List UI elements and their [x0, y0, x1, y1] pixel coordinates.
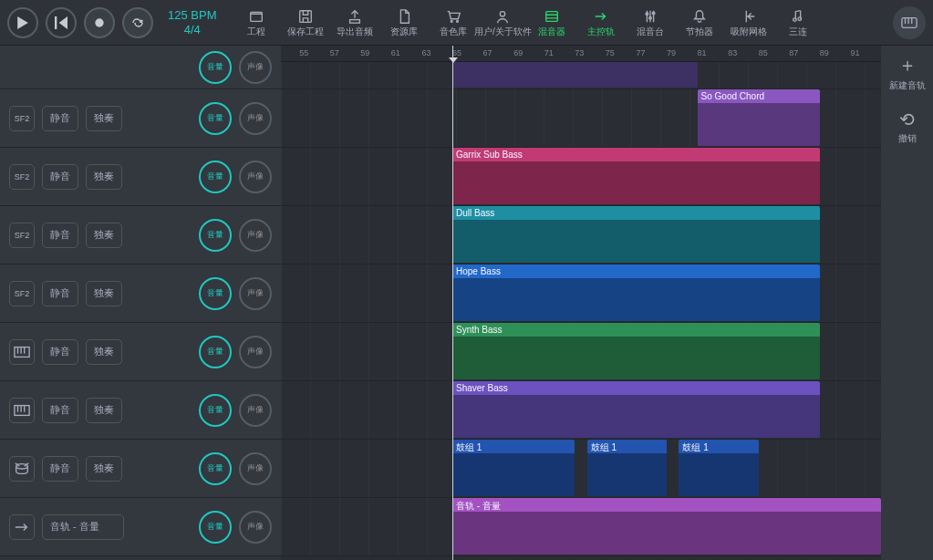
record-button[interactable]	[84, 7, 115, 38]
volume-knob[interactable]: 音量	[199, 394, 232, 427]
lane-6[interactable]: Shaver Bass	[281, 381, 881, 440]
track-header-6: 静音独奏音量声像	[0, 381, 281, 440]
mute-button[interactable]: 静音	[42, 106, 78, 131]
keyboard-toggle[interactable]	[893, 6, 926, 39]
volume-knob[interactable]: 音量	[199, 277, 232, 310]
right-sidebar: ＋ 新建音轨 ⟲ 撤销	[881, 46, 933, 560]
clip[interactable]: Synth Bass	[452, 323, 820, 379]
pan-knob[interactable]: 声像	[239, 336, 272, 368]
solo-button[interactable]: 独奏	[86, 281, 122, 306]
tool-metronome[interactable]: 节拍器	[676, 2, 723, 44]
mute-button[interactable]: 静音	[42, 164, 78, 190]
rewind-button[interactable]	[46, 7, 77, 38]
clip[interactable]: Garrix Sub Bass	[452, 148, 820, 204]
tool-about[interactable]: 用户/关于软件	[479, 2, 526, 44]
svg-point-5	[457, 20, 459, 22]
tracks-lanes: So Good ChordGarrix Sub BassDull BassHop…	[281, 62, 881, 556]
solo-button[interactable]: 独奏	[86, 106, 122, 131]
track-header-1: SF2静音独奏音量声像	[0, 89, 281, 148]
ruler-tick: 83	[728, 48, 737, 57]
track-type-icon[interactable]	[9, 456, 35, 482]
volume-knob[interactable]: 音量	[199, 511, 232, 544]
solo-button[interactable]: 独奏	[86, 398, 122, 423]
lane-3[interactable]: Dull Bass	[281, 206, 881, 264]
solo-button[interactable]: 独奏	[86, 223, 122, 248]
volume-knob[interactable]: 音量	[199, 219, 232, 252]
pan-knob[interactable]: 声像	[239, 277, 272, 310]
pan-knob[interactable]: 声像	[239, 219, 272, 252]
undo-button[interactable]: ⟲ 撤销	[898, 109, 917, 145]
track-header-4: SF2静音独奏音量声像	[0, 264, 281, 323]
lane-4[interactable]: Hope Bass	[281, 264, 881, 323]
svg-rect-2	[300, 10, 312, 22]
ruler-tick: 63	[421, 48, 430, 57]
clip[interactable]: 鼓组 1	[679, 440, 758, 496]
pan-knob[interactable]: 声像	[239, 102, 272, 135]
pan-knob[interactable]: 声像	[239, 161, 272, 193]
clip[interactable]: Dull Bass	[452, 206, 820, 263]
svg-rect-15	[15, 405, 29, 415]
tool-project[interactable]: 工程	[233, 2, 280, 44]
track-header-3: SF2静音独奏音量声像	[0, 206, 281, 264]
timeline-area[interactable]: 5557596163656769717375777981838587899193…	[281, 46, 881, 560]
lane-1[interactable]: So Good Chord	[281, 89, 881, 148]
mute-button[interactable]: 静音	[42, 223, 78, 248]
timeline-ruler[interactable]: 5557596163656769717375777981838587899193	[281, 46, 881, 62]
clip[interactable]: Hope Bass	[452, 264, 820, 321]
ruler-tick: 59	[360, 48, 369, 57]
clip-title: Dull Bass	[452, 206, 820, 220]
track-type-icon[interactable]: SF2	[9, 223, 35, 248]
pan-knob[interactable]: 声像	[239, 51, 272, 84]
tool-tempo[interactable]: 三连	[774, 2, 822, 44]
volume-knob[interactable]: 音量	[199, 51, 232, 84]
mute-button[interactable]: 静音	[42, 281, 78, 306]
mute-button[interactable]: 静音	[42, 339, 78, 365]
tool-browser[interactable]: 资源库	[380, 2, 428, 44]
tempo-display[interactable]: 125 BPM 4/4	[168, 8, 216, 36]
lane-0[interactable]	[281, 62, 881, 89]
tool-export[interactable]: 导出音频	[331, 2, 378, 44]
track-type-icon[interactable]: SF2	[9, 281, 35, 306]
lane-8[interactable]: 音轨 - 音量	[281, 498, 881, 556]
tool-console[interactable]: 混音台	[627, 2, 674, 44]
lane-7[interactable]: 鼓组 1鼓组 1鼓组 1	[281, 440, 881, 498]
tool-save[interactable]: 保存工程	[282, 2, 329, 44]
new-track-button[interactable]: ＋ 新建音轨	[889, 53, 926, 92]
volume-knob[interactable]: 音量	[199, 161, 232, 193]
mute-button[interactable]: 静音	[42, 456, 78, 482]
solo-button[interactable]: 独奏	[86, 456, 122, 482]
svg-rect-14	[15, 347, 29, 357]
track-type-icon[interactable]: SF2	[9, 106, 35, 131]
tool-master[interactable]: 主控轨	[577, 2, 625, 44]
ruler-tick: 79	[667, 48, 676, 57]
tool-mixer[interactable]: 混音器	[528, 2, 575, 44]
track-type-icon[interactable]	[9, 339, 35, 365]
track-type-icon[interactable]	[9, 514, 35, 540]
mute-button[interactable]: 静音	[42, 398, 78, 423]
loop-button[interactable]	[122, 7, 153, 38]
tool-snap[interactable]: 吸附网格	[725, 2, 772, 44]
lane-2[interactable]: Garrix Sub Bass	[281, 148, 881, 206]
solo-button[interactable]: 独奏	[86, 164, 122, 190]
pan-knob[interactable]: 声像	[239, 394, 272, 427]
volume-knob[interactable]: 音量	[199, 336, 232, 368]
clip[interactable]: 音轨 - 音量	[452, 498, 881, 555]
clip[interactable]	[452, 62, 698, 88]
clip[interactable]: 鼓组 1	[587, 440, 667, 496]
tool-sounds[interactable]: 音色库	[430, 2, 477, 44]
track-label[interactable]: 音轨 - 音量	[42, 514, 124, 540]
pan-knob[interactable]: 声像	[239, 452, 272, 485]
clip[interactable]: 鼓组 1	[452, 440, 575, 496]
track-type-icon[interactable]: SF2	[9, 164, 35, 190]
volume-knob[interactable]: 音量	[199, 452, 232, 485]
volume-knob[interactable]: 音量	[199, 102, 232, 135]
svg-point-0	[95, 18, 103, 26]
clip[interactable]: So Good Chord	[698, 89, 820, 146]
playhead[interactable]	[452, 46, 453, 560]
clip[interactable]: Shaver Bass	[452, 381, 820, 438]
track-type-icon[interactable]	[9, 398, 35, 423]
pan-knob[interactable]: 声像	[239, 511, 272, 544]
lane-5[interactable]: Synth Bass	[281, 323, 881, 381]
play-button[interactable]	[7, 7, 38, 38]
solo-button[interactable]: 独奏	[86, 339, 122, 365]
